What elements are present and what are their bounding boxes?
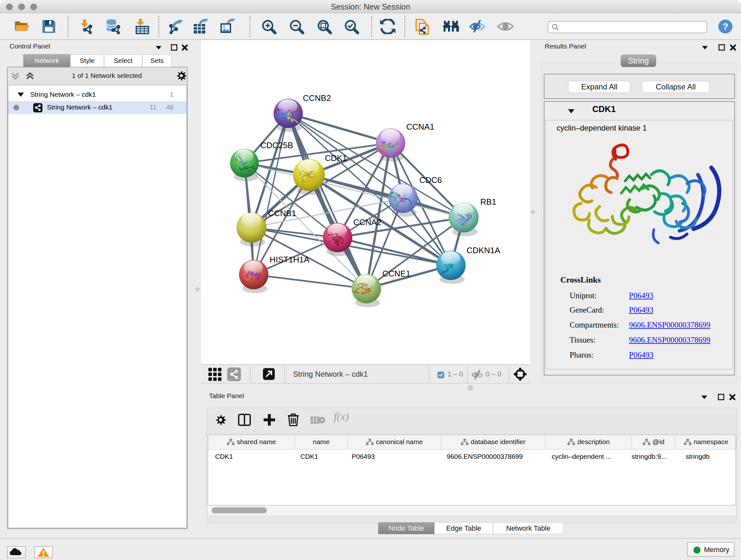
svg-text:CCNE1: CCNE1 [382, 269, 410, 278]
svg-text:CCNB2: CCNB2 [303, 93, 331, 103]
svg-text:CCNA1: CCNA1 [406, 122, 434, 132]
svg-text:CDC25B: CDC25B [260, 140, 293, 150]
svg-text:CDK1: CDK1 [325, 153, 347, 163]
svg-text:CDKN1A: CDKN1A [467, 246, 500, 255]
svg-text:RB1: RB1 [480, 197, 496, 206]
svg-text:CCNB1: CCNB1 [268, 208, 296, 218]
svg-text:CCNA2: CCNA2 [353, 217, 381, 227]
svg-text:?: ? [723, 21, 728, 32]
svg-text:CDC6: CDC6 [419, 175, 442, 185]
svg-text:HIST1H1A: HIST1H1A [270, 255, 310, 264]
